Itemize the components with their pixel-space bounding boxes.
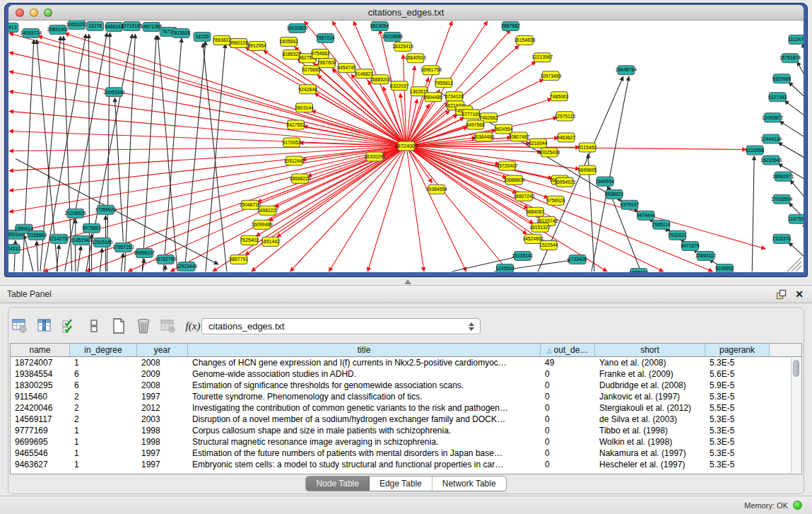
graph-node[interactable]: 8427552 [286,120,305,129]
float-window-icon[interactable] [776,289,787,300]
graph-node[interactable]: 16210643 [760,156,782,165]
column-header-pagerank[interactable]: pagerank [705,344,770,356]
graph-node-hub[interactable]: 18724007 [394,141,418,151]
graph-node[interactable]: 15276 [87,22,104,31]
graph-node[interactable]: 9975887 [82,223,101,233]
graph-node[interactable]: 2803144 [295,103,314,112]
graph-node[interactable]: 9904485 [424,93,443,102]
table-selector-dropdown[interactable]: citations_edges.txt [201,318,481,334]
scrollbar-thumb[interactable] [793,360,799,377]
table-row[interactable]: 1830029562008Estimation of significance … [11,380,801,391]
graph-node[interactable]: 7625402 [240,235,259,245]
graph-node[interactable]: 16782759 [155,255,176,264]
graph-node[interactable]: 10807487 [508,132,529,141]
graph-node[interactable]: 20891406 [47,25,69,35]
splitter-handle-icon[interactable] [404,279,411,284]
graph-node[interactable]: 10025438 [539,148,560,157]
graph-node[interactable]: 17957253 [112,243,134,252]
graph-node[interactable]: 15751874 [779,54,801,63]
graph-node[interactable]: 20364486 [473,132,495,141]
graph-node[interactable]: 16151327 [529,223,551,232]
graph-node[interactable]: 12213967 [531,53,553,62]
graph-node[interactable]: 9754662 [311,49,330,59]
graph-node[interactable]: 20053346 [103,88,124,97]
table-row[interactable]: 977716911998Corpus callosum shape and si… [11,425,801,436]
graph-node[interactable]: 10654112 [695,251,717,260]
tab-network-table[interactable]: Network Table [433,477,506,491]
graph-node[interactable]: 12142757 [49,234,70,243]
graph-node[interactable]: 18992971 [772,172,794,181]
graph-node[interactable]: 16648784 [616,66,637,75]
table-scrollbar[interactable] [791,358,801,473]
graph-node[interactable]: 16099489 [252,220,273,229]
graph-node[interactable]: 7857224 [316,34,335,43]
graph-node[interactable]: 19384554 [426,185,447,194]
graph-node[interactable]: 2110376 [772,234,791,243]
graph-node[interactable]: 6379197 [620,200,640,209]
graph-node[interactable]: 2935114 [652,220,671,229]
graph-node[interactable]: 16154838 [514,36,535,45]
graph-node[interactable]: 9960128 [230,39,249,48]
graph-node[interactable]: 16033809 [287,24,308,33]
graph-node[interactable]: 2867608 [317,59,336,68]
graph-node[interactable]: 9242848 [298,85,317,94]
graph-node[interactable]: 9777169 [462,110,481,119]
table-row[interactable]: 911546021997Tourette syndrome. Phenomeno… [11,391,801,402]
graph-node[interactable]: 6216044 [529,139,548,148]
graph-node[interactable]: 10688609 [503,175,524,185]
graph-node[interactable]: 12975115 [554,112,575,121]
graph-node[interactable]: 15135141 [512,251,533,260]
graph-node[interactable]: 17016504 [771,194,792,204]
graph-node[interactable]: 9275685 [302,66,321,75]
graph-node[interactable]: 14055724 [20,29,42,38]
graph-node[interactable]: 7955812 [435,78,454,88]
function-builder-button[interactable]: f(x) [184,317,201,334]
column-header-name[interactable]: name [11,344,70,356]
graph-node[interactable]: 8454749 [337,64,356,73]
graph-node[interactable]: 11156869 [26,230,47,240]
row-height-button[interactable] [86,317,102,334]
table-row[interactable]: 1938455462009Genome-wide association stu… [11,368,801,380]
graph-node[interactable]: 8813054 [370,22,389,31]
graph-node[interactable]: 17359928 [95,205,116,214]
graph-node[interactable]: 19218586 [382,33,403,42]
graph-node[interactable]: 18300295 [364,152,385,161]
column-header-out_de[interactable]: △out_de… [541,344,595,356]
graph-node[interactable]: 14982227 [257,206,278,215]
graph-node[interactable]: 10973493 [540,71,561,81]
table-row[interactable]: 1872400712008Changes of HCN gene express… [11,357,801,368]
column-header-title[interactable]: title [188,344,541,356]
table-row[interactable]: 946554611997Estimation of the future num… [11,448,801,459]
graph-node[interactable]: 9227343 [768,93,787,102]
graph-node[interactable]: 12923448 [176,262,197,271]
graph-node[interactable]: 1605842 [279,37,298,47]
graph-node[interactable]: 18807243 [513,192,534,201]
new-column-button[interactable] [110,317,127,334]
graph-node[interactable]: 10653287 [66,21,88,30]
graph-node[interactable]: 7932621 [668,230,687,240]
graph-node[interactable]: 2887682 [501,22,520,31]
graph-node[interactable]: 9884067 [526,207,545,216]
table-row[interactable]: 969969511998Structural magnetic resonanc… [11,436,801,448]
graph-node[interactable]: 7964512 [8,244,20,253]
graph-node[interactable]: 6497568 [466,120,485,129]
graph-node[interactable]: 20206526 [65,209,86,218]
graph-node[interactable]: 8322037 [390,81,409,90]
graph-node[interactable]: 10719185 [121,22,142,31]
graph-node[interactable]: 7815526 [172,29,191,38]
graph-node[interactable]: 8938923 [605,189,624,199]
network-window-titlebar[interactable]: citations_edges.txt [8,5,804,21]
graph-node[interactable]: 9756928 [546,196,565,205]
graph-node[interactable]: 7485063 [550,92,569,101]
graph-node[interactable]: 11451943 [71,235,92,245]
table-row[interactable]: 1456911722003Disruption of a novel membe… [11,414,801,425]
graph-node[interactable]: 8912954 [248,42,267,51]
column-header-year[interactable]: year [137,344,188,356]
graph-node[interactable]: 12444134 [760,134,782,144]
select-columns-button[interactable] [36,317,53,334]
graph-node[interactable]: 1640954 [596,177,615,186]
table-row[interactable]: 946362711997Embryonic stem cells: a mode… [11,459,801,470]
graph-node[interactable]: 16640910 [405,54,426,63]
close-panel-icon[interactable]: ✕ [795,289,804,299]
network-canvas[interactable]: 1841314055724208914061065328715276846616… [8,21,804,272]
